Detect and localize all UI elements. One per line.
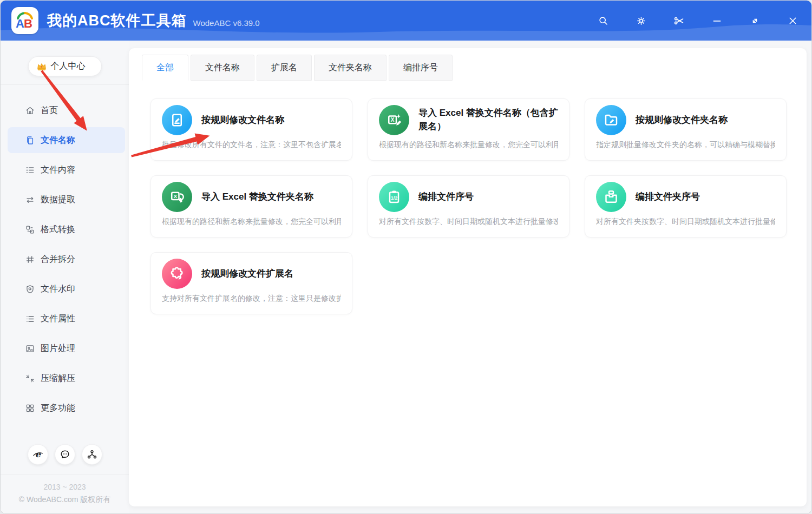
card-description: 根据现有的路径和新名称来批量修改，您完全可以利用 <box>162 217 341 227</box>
sidebar-item-label: 合并拆分 <box>41 254 75 265</box>
personal-center-button[interactable]: 个人中心 <box>28 56 102 76</box>
footer-years: 2013 ~ 2023 <box>1 483 129 491</box>
more-features-icon <box>25 403 35 413</box>
sidebar-item-home[interactable]: 首页 <box>8 97 125 123</box>
sidebar-item-label: 压缩解压 <box>41 373 75 384</box>
folder-edit-icon <box>596 105 626 135</box>
share-button[interactable] <box>82 444 102 465</box>
sidebar-item-label: 文件属性 <box>41 313 75 325</box>
resize-button[interactable] <box>745 11 764 30</box>
sidebar-item-image-process[interactable]: 图片处理 <box>8 335 125 361</box>
sidebar-item-label: 数据提取 <box>41 194 75 206</box>
footer-copyright: © WodeABC.com 版权所有 <box>1 495 129 505</box>
sidebar-item-file-attributes[interactable]: 文件属性 <box>8 306 125 332</box>
sidebar-item-file-watermark[interactable]: 文件水印 <box>8 276 125 302</box>
feature-card[interactable]: 1/2 编排文件序号 对所有文件按数字、时间日期或随机文本进行批量修改 <box>368 175 569 238</box>
file-attributes-icon <box>25 314 35 324</box>
app-title: 我的ABC软件工具箱 <box>47 11 187 30</box>
sidebar-nav: 首页 文件名称 文件内容 数据提取 格式转换 合并拆分 文件水印 文件属性 图片… <box>1 97 129 425</box>
file-name-icon <box>25 135 35 146</box>
close-button[interactable] <box>783 11 802 30</box>
svg-text:A: A <box>16 17 24 30</box>
sidebar: 个人中心 首页 文件名称 文件内容 数据提取 格式转换 合并拆分 文件水印 文件… <box>1 41 129 513</box>
sidebar-item-label: 格式转换 <box>41 224 75 235</box>
sidebar-item-format-convert[interactable]: 格式转换 <box>8 216 125 242</box>
app-logo: A B <box>11 7 38 34</box>
search-button[interactable] <box>594 11 612 30</box>
sidebar-item-file-content[interactable]: 文件内容 <box>8 157 125 183</box>
app-version: WodeABC v6.39.0 <box>193 18 260 28</box>
card-title: 按规则修改文件扩展名 <box>201 267 293 281</box>
card-description: 指定规则批量修改文件夹的名称，可以精确与模糊替换 <box>596 140 775 150</box>
resize-icon <box>749 15 761 27</box>
card-title: 按规则修改文件夹名称 <box>636 114 728 127</box>
feature-card[interactable]: 按规则修改文件名称 批量修改所有文件的文件名，注意：这里不包含扩展名 <box>150 98 352 161</box>
scissors-button[interactable] <box>670 11 688 30</box>
sidebar-item-data-extract[interactable]: 数据提取 <box>8 187 125 213</box>
excel-file-icon: X <box>379 105 409 135</box>
minimize-button[interactable] <box>708 11 726 30</box>
sidebar-item-compress[interactable]: 压缩解压 <box>8 365 125 391</box>
tab-4[interactable]: 编排序号 <box>389 55 453 81</box>
sidebar-item-file-name[interactable]: 文件名称 <box>8 127 125 153</box>
file-watermark-icon <box>25 284 35 294</box>
svg-text:X: X <box>391 117 395 123</box>
file-content-icon <box>25 165 35 175</box>
tab-3[interactable]: 文件夹名称 <box>314 55 387 81</box>
settings-gear-button[interactable] <box>632 11 650 30</box>
folder-tray-icon <box>596 182 626 212</box>
sidebar-item-more-features[interactable]: 更多功能 <box>8 395 125 421</box>
compress-icon <box>25 373 35 384</box>
image-process-icon <box>25 344 35 354</box>
feature-card[interactable]: X 导入 Excel 替换文件夹名称 根据现有的路径和新名称来批量修改，您完全可… <box>150 175 352 238</box>
sidebar-social-row: e <box>1 434 129 475</box>
titlebar: A B 我的ABC软件工具箱 WodeABC v6.39.0 <box>1 1 811 41</box>
doc-edit-icon <box>162 105 192 135</box>
feature-card[interactable]: 按规则修改文件夹名称 指定规则批量修改文件夹的名称，可以精确与模糊替换 <box>585 98 787 161</box>
scissors-icon <box>673 15 685 27</box>
sidebar-item-label: 文件水印 <box>41 284 75 295</box>
card-title: 导入 Excel 替换文件名称（包含扩展名） <box>418 107 558 133</box>
chat-button[interactable] <box>55 444 75 465</box>
feature-card[interactable]: 编排文件夹序号 对所有文件夹按数字、时间日期或随机文本进行批量修改 <box>585 175 787 238</box>
excel-folder-icon: X <box>162 182 192 212</box>
share-icon <box>86 449 98 460</box>
search-icon <box>598 15 609 27</box>
card-description: 批量修改所有文件的文件名，注意：这里不包含扩展名 <box>162 140 341 150</box>
card-description: 支持对所有文件扩展名的修改，注意：这里只是修改扩展名 <box>162 294 341 304</box>
feature-card[interactable]: X 导入 Excel 替换文件名称（包含扩展名） 根据现有的路径和新名称来批量修… <box>368 98 569 161</box>
puzzle-edit-icon <box>162 259 192 289</box>
close-icon <box>787 15 798 27</box>
feature-card-grid: 按规则修改文件名称 批量修改所有文件的文件名，注意：这里不包含扩展名 X 导入 … <box>150 98 786 314</box>
card-title: 导入 Excel 替换文件夹名称 <box>201 190 313 204</box>
chat-icon <box>59 449 71 460</box>
sidebar-footer: 2013 ~ 2023 © WodeABC.com 版权所有 <box>1 475 129 513</box>
sidebar-item-label: 文件内容 <box>41 164 75 176</box>
svg-text:B: B <box>24 17 32 30</box>
sidebar-item-label: 文件名称 <box>41 135 75 146</box>
sidebar-item-label: 首页 <box>41 105 58 116</box>
card-description: 对所有文件按数字、时间日期或随机文本进行批量修改 <box>379 217 558 227</box>
app-window: A B 我的ABC软件工具箱 WodeABC v6.39.0 个人中心 首页 <box>0 0 812 514</box>
card-title: 编排文件序号 <box>418 190 474 204</box>
ie-browser-button[interactable]: e <box>28 444 48 465</box>
data-extract-icon <box>25 195 35 205</box>
tab-1[interactable]: 文件名称 <box>191 55 254 81</box>
sidebar-item-label: 更多功能 <box>41 403 75 414</box>
category-tabs: 全部文件名称扩展名文件夹名称编排序号 <box>142 55 794 81</box>
home-icon <box>25 106 35 116</box>
sidebar-item-label: 图片处理 <box>41 343 75 354</box>
card-description: 根据现有的路径和新名称来批量修改，您完全可以利用 <box>379 140 558 150</box>
svg-text:1/2: 1/2 <box>391 195 398 201</box>
minimize-icon <box>711 15 723 27</box>
merge-split-icon <box>25 254 35 265</box>
format-convert-icon <box>25 225 35 235</box>
tab-2[interactable]: 扩展名 <box>257 55 312 81</box>
crown-icon <box>36 61 48 73</box>
sidebar-divider <box>1 84 129 85</box>
main-panel: 全部文件名称扩展名文件夹名称编排序号 按规则修改文件名称 批量修改所有文件的文件… <box>129 48 807 506</box>
tab-0[interactable]: 全部 <box>142 55 188 81</box>
svg-text:e: e <box>35 449 41 459</box>
feature-card[interactable]: 按规则修改文件扩展名 支持对所有文件扩展名的修改，注意：这里只是修改扩展名 <box>150 252 352 314</box>
sidebar-item-merge-split[interactable]: 合并拆分 <box>8 246 125 272</box>
